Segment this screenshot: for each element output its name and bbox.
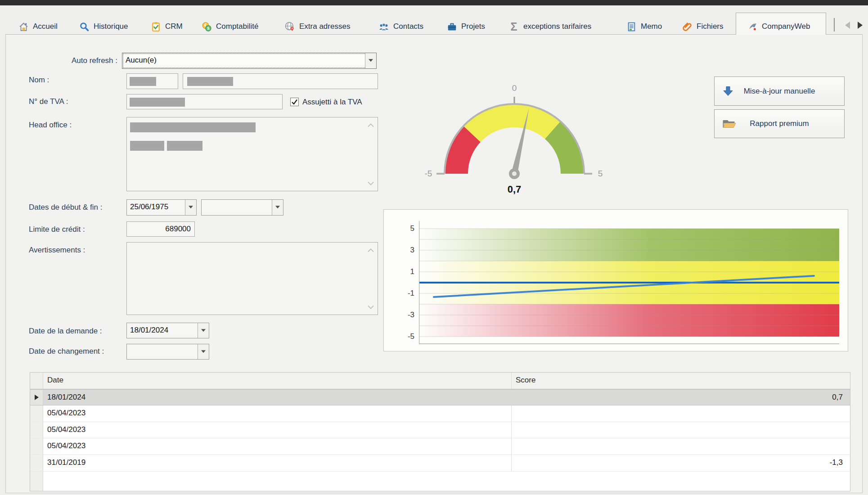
y-tick: 5 bbox=[396, 224, 414, 234]
request-date-label: Date de la demande : bbox=[29, 327, 102, 336]
tab-historique[interactable]: Historique bbox=[79, 19, 128, 34]
head-office-textarea[interactable] bbox=[126, 117, 378, 191]
tab-contacts[interactable]: Contacts bbox=[378, 19, 423, 34]
scroll-up-icon[interactable] bbox=[367, 246, 374, 254]
head-office-label: Head office : bbox=[29, 121, 72, 130]
chevron-down-icon[interactable] bbox=[185, 200, 196, 215]
start-date-picker[interactable]: 25/06/1975 bbox=[126, 199, 197, 216]
y-tick: -1 bbox=[396, 288, 414, 298]
score-cell bbox=[512, 438, 850, 454]
tab-memo[interactable]: Memo bbox=[626, 19, 662, 34]
score-cell: -1,3 bbox=[512, 455, 850, 471]
tab-label: Memo bbox=[641, 22, 662, 31]
clipboard-check-icon bbox=[150, 21, 161, 32]
open-folder-icon bbox=[722, 118, 736, 130]
tab-label: Fichiers bbox=[697, 22, 724, 31]
tab-extra-adresses[interactable]: Extra adresses bbox=[284, 19, 350, 34]
date-cell: 05/04/2023 bbox=[43, 405, 512, 422]
tab-label: Contacts bbox=[393, 22, 423, 31]
column-header-date[interactable]: Date bbox=[43, 373, 512, 389]
scroll-down-icon[interactable] bbox=[367, 179, 374, 187]
manual-update-button[interactable]: Mise-à-jour manuelle bbox=[714, 76, 845, 106]
change-date-picker[interactable] bbox=[126, 344, 209, 360]
y-tick: 1 bbox=[396, 267, 414, 277]
redacted-text bbox=[167, 141, 202, 151]
change-date-value bbox=[127, 344, 198, 359]
gauge-value: 0,7 bbox=[508, 184, 522, 195]
redacted-text bbox=[187, 77, 233, 86]
table-row[interactable]: 05/04/2023 bbox=[30, 405, 850, 422]
score-history-chart: 5 3 1 -1 -3 -5 bbox=[383, 209, 848, 351]
people-icon bbox=[378, 21, 389, 32]
memo-icon bbox=[626, 21, 637, 32]
tab-crm[interactable]: CRM bbox=[150, 19, 183, 34]
gauge-max-label: 5 bbox=[598, 169, 603, 178]
tab-label: Comptabilité bbox=[216, 22, 259, 31]
warnings-label: Avertissements : bbox=[29, 246, 85, 255]
tab-comptabilite[interactable]: €$ Comptabilité bbox=[201, 19, 259, 34]
column-header-score[interactable]: Score bbox=[512, 373, 850, 389]
chevron-down-icon[interactable] bbox=[198, 344, 209, 359]
credit-limit-value: 689000 bbox=[165, 225, 191, 234]
date-cell: 31/01/2019 bbox=[43, 455, 512, 471]
table-row[interactable]: 18/01/2024 0,7 bbox=[30, 389, 850, 406]
redacted-text bbox=[130, 122, 256, 132]
y-tick: -3 bbox=[396, 310, 414, 320]
gauge-yellow-segment bbox=[463, 104, 561, 142]
manual-update-label: Mise-à-jour manuelle bbox=[744, 87, 815, 96]
tab-label: exceptions tarifaires bbox=[523, 22, 591, 31]
tab-fichiers[interactable]: Fichiers bbox=[682, 19, 724, 34]
premium-report-button[interactable]: Rapport premium bbox=[714, 109, 845, 138]
auto-refresh-select[interactable]: Aucun(e) bbox=[122, 53, 377, 69]
table-header-row: Date Score bbox=[30, 373, 850, 389]
checkmark-icon bbox=[291, 98, 298, 106]
table-empty-area bbox=[30, 472, 850, 491]
credit-limit-input[interactable]: 689000 bbox=[126, 221, 195, 237]
end-date-picker[interactable] bbox=[201, 199, 283, 216]
search-icon bbox=[79, 21, 90, 32]
globe-pin-icon bbox=[284, 21, 295, 32]
tab-projets[interactable]: Projets bbox=[446, 19, 485, 34]
warnings-textarea[interactable] bbox=[126, 242, 378, 315]
tab-bar: Accueil Historique CRM €$ Comptabilité E… bbox=[0, 5, 868, 34]
y-tick: 3 bbox=[396, 245, 414, 255]
tab-scroll-left-icon[interactable] bbox=[845, 22, 850, 29]
current-row-arrow-icon bbox=[35, 395, 41, 400]
briefcase-icon bbox=[446, 21, 457, 32]
redacted-text bbox=[130, 77, 156, 86]
chevron-down-icon[interactable] bbox=[272, 200, 283, 215]
row-selector-cell bbox=[30, 422, 43, 438]
tab-accueil[interactable]: Accueil bbox=[18, 19, 58, 34]
tab-label: CompanyWeb bbox=[762, 22, 810, 31]
row-selector-cell bbox=[30, 455, 43, 471]
name-input-full[interactable] bbox=[183, 73, 378, 89]
tab-exceptions-tarifaires[interactable]: Σ exceptions tarifaires bbox=[508, 19, 591, 34]
chevron-down-icon[interactable] bbox=[365, 53, 376, 68]
download-arrow-icon bbox=[722, 86, 734, 97]
tab-label: Accueil bbox=[33, 22, 58, 31]
premium-report-label: Rapport premium bbox=[750, 119, 809, 128]
companyweb-icon bbox=[747, 21, 758, 32]
name-input-short[interactable] bbox=[126, 73, 178, 89]
chevron-down-icon[interactable] bbox=[198, 323, 209, 338]
redacted-text bbox=[130, 141, 164, 151]
tab-nav-separator bbox=[834, 18, 835, 32]
table-row[interactable]: 31/01/2019 -1,3 bbox=[30, 455, 850, 472]
good-zone bbox=[419, 229, 839, 261]
scroll-up-icon[interactable] bbox=[367, 121, 374, 129]
vat-label: N° de TVA : bbox=[29, 97, 68, 106]
table-row[interactable]: 05/04/2023 bbox=[30, 438, 850, 455]
window-title-strip bbox=[0, 0, 868, 5]
start-end-dates-label: Dates de début & fin : bbox=[29, 203, 103, 212]
vat-input[interactable] bbox=[126, 94, 283, 109]
table-row[interactable]: 05/04/2023 bbox=[30, 422, 850, 439]
scroll-down-icon[interactable] bbox=[367, 303, 374, 311]
redacted-text bbox=[130, 98, 185, 107]
score-cell bbox=[512, 422, 850, 438]
vat-subject-checkbox[interactable] bbox=[290, 98, 299, 106]
tab-scroll-right-icon[interactable] bbox=[858, 22, 863, 29]
request-date-picker[interactable]: 18/01/2024 bbox=[126, 323, 209, 338]
coins-icon: €$ bbox=[201, 21, 212, 32]
tab-label: CRM bbox=[165, 22, 183, 31]
sigma-icon: Σ bbox=[508, 21, 519, 32]
